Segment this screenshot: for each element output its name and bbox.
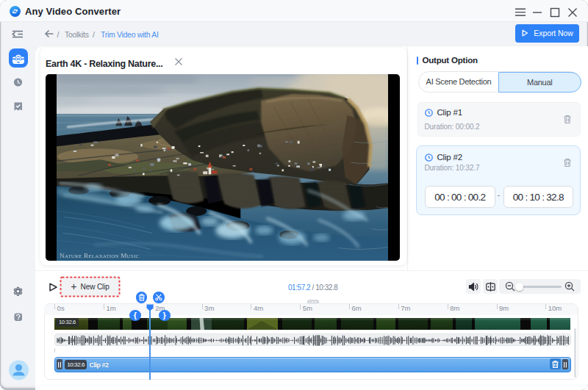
svg-text:NATURE RELAXATION MUSIC: NATURE RELAXATION MUSIC — [60, 252, 139, 259]
